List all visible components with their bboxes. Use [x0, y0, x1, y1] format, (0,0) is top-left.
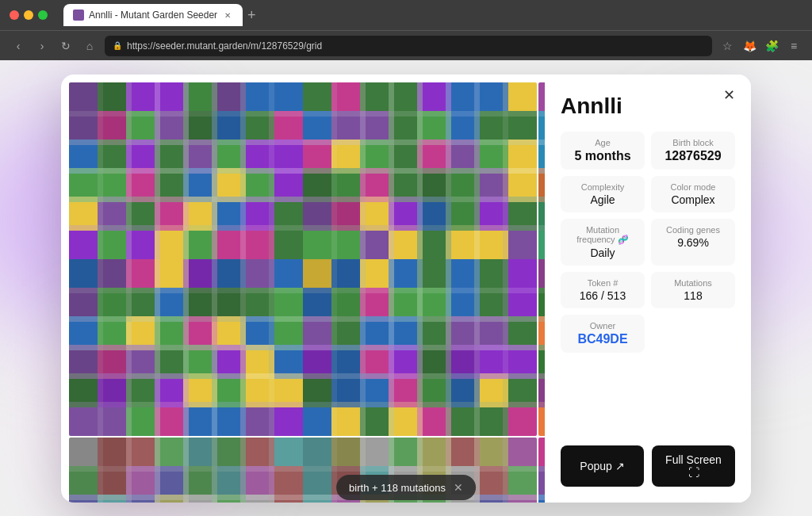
- extension-icon-2[interactable]: 🧩: [763, 37, 780, 55]
- action-buttons: Popup ↗ Full Screen ⛶: [561, 445, 735, 487]
- birth-block-value: 12876529: [661, 149, 726, 163]
- age-value: 5 months: [570, 149, 635, 163]
- minimize-traffic-light[interactable]: [24, 10, 33, 20]
- page-content: ✕: [0, 60, 812, 516]
- active-tab[interactable]: Annlli - Mutant Garden Seeder ✕: [63, 4, 243, 26]
- grid-panel[interactable]: [61, 75, 545, 503]
- modal-close-button[interactable]: ✕: [718, 84, 740, 106]
- back-button[interactable]: ‹: [10, 37, 27, 55]
- bookmark-icon[interactable]: ☆: [718, 37, 736, 55]
- stat-owner: Owner BC49DE: [561, 315, 645, 353]
- tab-favicon: [73, 10, 84, 21]
- grid-cell[interactable]: [538, 82, 545, 436]
- home-button[interactable]: ⌂: [81, 37, 98, 55]
- toast-notification: birth + 118 mutations ✕: [336, 475, 476, 500]
- forward-button[interactable]: ›: [33, 37, 51, 55]
- extension-icon-1[interactable]: 🦊: [741, 37, 758, 55]
- mutation-freq-label: Mutation frequency 🧬: [570, 225, 635, 245]
- browser-chrome: Annlli - Mutant Garden Seeder ✕ + ‹ › ↻ …: [0, 0, 812, 60]
- tab-label: Annlli - Mutant Garden Seeder: [89, 10, 217, 21]
- modal: ✕: [61, 75, 751, 503]
- toast-close-button[interactable]: ✕: [454, 481, 463, 494]
- stat-mutation-freq: Mutation frequency 🧬 Daily: [561, 219, 645, 266]
- stat-color-mode: Color mode Complex: [651, 176, 735, 212]
- new-tab-button[interactable]: +: [243, 7, 261, 24]
- stat-birth-block: Birth block 12876529: [651, 132, 735, 170]
- toolbar-right: ☆ 🦊 🧩 ≡: [718, 37, 802, 55]
- coding-genes-label: Coding genes: [661, 225, 726, 235]
- color-mode-label: Color mode: [661, 182, 726, 192]
- birth-block-label: Birth block: [661, 138, 726, 147]
- menu-icon[interactable]: ≡: [785, 37, 802, 55]
- mutations-label: Mutations: [661, 278, 726, 288]
- owner-label: Owner: [570, 321, 635, 331]
- mutation-freq-value: Daily: [570, 247, 635, 259]
- traffic-lights: [10, 10, 48, 20]
- url-display: https://seeder.mutant.garden/m/12876529/…: [127, 40, 322, 52]
- tab-close-button[interactable]: ✕: [222, 10, 233, 21]
- fullscreen-button[interactable]: Full Screen ⛶: [652, 445, 735, 487]
- address-bar[interactable]: 🔒 https://seeder.mutant.garden/m/1287652…: [105, 36, 712, 56]
- address-bar-row: ‹ › ↻ ⌂ 🔒 https://seeder.mutant.garden/m…: [0, 30, 812, 60]
- grid-cell[interactable]: [69, 82, 537, 436]
- stat-age: Age 5 months: [561, 132, 645, 170]
- toast-text: birth + 118 mutations: [349, 482, 446, 494]
- complexity-label: Complexity: [570, 182, 635, 192]
- title-bar: Annlli - Mutant Garden Seeder ✕ +: [0, 0, 812, 30]
- complexity-value: Agile: [570, 193, 635, 206]
- token-value: 166 / 513: [570, 289, 635, 302]
- stat-mutations: Mutations 118: [651, 272, 735, 308]
- grid-cell[interactable]: [538, 438, 545, 503]
- stat-coding-genes: Coding genes 9.69%: [651, 219, 735, 266]
- coding-genes-value: 9.69%: [661, 236, 726, 249]
- close-traffic-light[interactable]: [10, 10, 19, 20]
- mutations-value: 118: [661, 289, 726, 302]
- url-text: https://seeder.mutant.garden/m/12876529/…: [127, 40, 322, 52]
- owner-value[interactable]: BC49DE: [570, 332, 635, 346]
- popup-button[interactable]: Popup ↗: [561, 445, 644, 487]
- reload-button[interactable]: ↻: [57, 37, 75, 55]
- token-label: Token #: [570, 278, 635, 288]
- grid-row-1: [69, 82, 537, 436]
- lock-icon: 🔒: [113, 41, 122, 50]
- stat-token: Token # 166 / 513: [561, 272, 645, 308]
- info-panel: Annlli Age 5 months Birth block 12876529…: [545, 75, 751, 503]
- stats-grid: Age 5 months Birth block 12876529 Comple…: [561, 132, 735, 353]
- tab-bar: Annlli - Mutant Garden Seeder ✕ +: [63, 4, 802, 26]
- color-mode-value: Complex: [661, 193, 726, 206]
- stat-complexity: Complexity Agile: [561, 176, 645, 212]
- maximize-traffic-light[interactable]: [38, 10, 48, 20]
- creature-name: Annlli: [561, 94, 735, 119]
- age-label: Age: [570, 138, 635, 147]
